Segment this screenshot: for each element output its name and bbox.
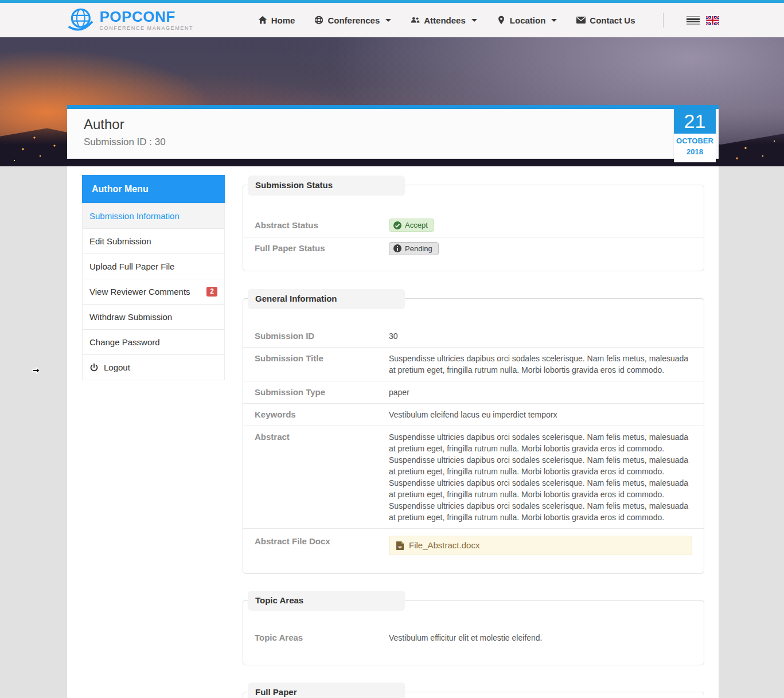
row-label: Full Paper Status bbox=[255, 243, 389, 254]
home-icon bbox=[258, 15, 267, 25]
sidebar-item-edit-submission[interactable]: Edit Submission bbox=[83, 228, 224, 254]
keywords-row: Keywords Vestibulum eleifend lacus eu im… bbox=[243, 403, 704, 426]
date-day: 21 bbox=[674, 109, 716, 134]
nav-item-conferences[interactable]: Conferences bbox=[314, 15, 391, 25]
nav-label: Attendees bbox=[424, 15, 466, 25]
row-value: 30 bbox=[389, 330, 692, 342]
row-label: Topic Areas bbox=[255, 632, 389, 644]
nav-divider bbox=[663, 13, 664, 28]
nav-label: Home bbox=[271, 15, 295, 25]
comments-count-badge: 2 bbox=[206, 287, 217, 297]
general-information-card: Submission ID 30 Submission Title Suspen… bbox=[243, 298, 704, 574]
file-name: File_Abstract.docx bbox=[409, 540, 479, 551]
sidebar-item-view-reviewer-comments[interactable]: View Reviewer Comments 2 bbox=[83, 279, 224, 304]
submission-title-row: Submission Title Suspendisse ultricies d… bbox=[243, 347, 704, 381]
nav-item-contact-us[interactable]: Contact Us bbox=[576, 15, 635, 25]
chevron-down-icon bbox=[385, 19, 391, 22]
mouse-cursor-icon bbox=[32, 366, 41, 375]
brand-logo[interactable]: POPCONF CONFERENCE MANAGEMENT bbox=[65, 5, 194, 35]
full-paper-status-row: Full Paper Status Pending bbox=[243, 237, 704, 260]
info-circle-icon bbox=[393, 244, 401, 252]
sidebar-item-label: View Reviewer Comments bbox=[89, 287, 190, 297]
nav-item-location[interactable]: Location bbox=[497, 15, 557, 25]
language-flag-stripes[interactable] bbox=[687, 16, 700, 25]
language-flag-uk[interactable] bbox=[706, 16, 719, 25]
row-label: Abstract File Docx bbox=[255, 536, 389, 555]
chevron-down-icon bbox=[551, 19, 557, 22]
status-badge-label: Pending bbox=[405, 244, 432, 253]
screen: POPCONF CONFERENCE MANAGEMENT Home Confe… bbox=[0, 0, 784, 698]
nav-label: Location bbox=[510, 15, 546, 25]
sidebar-item-withdraw-submission[interactable]: Withdraw Submission bbox=[83, 304, 224, 329]
sidebar-item-label: Submission Information bbox=[89, 211, 180, 221]
sidebar-item-label: Change Password bbox=[89, 337, 160, 347]
section-tab-submission-status: Submission Status bbox=[248, 176, 405, 195]
map-marker-icon bbox=[497, 15, 506, 25]
nav-label: Contact Us bbox=[590, 15, 635, 25]
sidebar-item-label: Upload Full Paper File bbox=[89, 262, 174, 271]
row-label: Keywords bbox=[255, 409, 389, 420]
row-label: Submission Title bbox=[255, 353, 389, 376]
navbar: POPCONF CONFERENCE MANAGEMENT Home Confe… bbox=[0, 3, 784, 37]
status-badge-label: Accept bbox=[405, 221, 428, 229]
sidebar-item-upload-full-paper-file[interactable]: Upload Full Paper File bbox=[83, 254, 224, 279]
nav-label: Conferences bbox=[327, 15, 380, 25]
status-badge-pending: Pending bbox=[389, 242, 439, 255]
page-header-panel: Author Submission ID : 30 21 OCTOBER 201… bbox=[67, 105, 719, 159]
row-value: Suspendisse ultricies dapibus orci sodal… bbox=[389, 431, 692, 523]
date-badge: 21 OCTOBER 2018 bbox=[674, 109, 716, 162]
status-badge-accept: Accept bbox=[389, 219, 434, 232]
date-month: OCTOBER bbox=[674, 137, 716, 145]
power-icon bbox=[89, 363, 99, 372]
nav-item-home[interactable]: Home bbox=[258, 15, 295, 25]
section-tab-full-paper: Full Paper bbox=[248, 683, 405, 698]
abstract-row: Abstract Suspendisse ultricies dapibus o… bbox=[243, 426, 704, 528]
sidebar-item-label: Withdraw Submission bbox=[89, 312, 172, 322]
date-year: 2018 bbox=[674, 147, 716, 156]
sidebar-item-change-password[interactable]: Change Password bbox=[83, 329, 224, 354]
row-label: Abstract bbox=[255, 431, 389, 523]
svg-text:w: w bbox=[398, 545, 402, 549]
users-icon bbox=[411, 15, 420, 25]
submission-id-row: Submission ID 30 bbox=[243, 325, 704, 347]
row-label: Submission ID bbox=[255, 330, 389, 342]
page-title: Author bbox=[84, 116, 719, 132]
sidebar-item-logout[interactable]: Logout bbox=[83, 354, 224, 380]
author-menu-title: Author Menu bbox=[82, 175, 225, 203]
submission-type-row: Submission Type paper bbox=[243, 381, 704, 403]
row-label: Submission Type bbox=[255, 387, 389, 398]
row-value: paper bbox=[389, 387, 692, 398]
submission-status-card: Abstract Status Accept Full Paper Status… bbox=[243, 185, 704, 271]
topic-areas-row: Topic Areas Vestibulum efficitur elit et… bbox=[243, 627, 704, 649]
page-subtitle: Submission ID : 30 bbox=[84, 137, 719, 148]
sidebar-item-label: Edit Submission bbox=[89, 236, 151, 246]
globe-icon bbox=[314, 15, 323, 25]
row-label: Abstract Status bbox=[255, 220, 389, 231]
brand-name: POPCONF bbox=[100, 9, 194, 24]
chevron-down-icon bbox=[471, 19, 477, 22]
globe-logo-icon bbox=[65, 5, 95, 35]
sidebar-item-label: Logout bbox=[104, 362, 130, 372]
check-circle-icon bbox=[393, 221, 401, 229]
row-value: Suspendisse ultricies dapibus orci sodal… bbox=[389, 353, 692, 376]
nav-item-attendees[interactable]: Attendees bbox=[411, 15, 477, 25]
section-tab-topic-areas: Topic Areas bbox=[248, 591, 405, 610]
abstract-file-row: Abstract File Docx w File_Abstract.docx bbox=[243, 528, 704, 560]
row-value: Vestibulum eleifend lacus eu imperdiet t… bbox=[389, 409, 692, 420]
section-tab-general-information: General Information bbox=[248, 289, 405, 309]
row-value: Vestibulum efficitur elit et molestie el… bbox=[389, 632, 692, 644]
nav-menu: Home Conferences Attendees Location bbox=[258, 13, 719, 28]
brand-tagline: CONFERENCE MANAGEMENT bbox=[100, 25, 194, 31]
word-file-icon: w bbox=[396, 541, 404, 550]
abstract-status-row: Abstract Status Accept bbox=[243, 214, 704, 237]
envelope-icon bbox=[576, 15, 586, 25]
sidebar-item-submission-information[interactable]: Submission Information bbox=[83, 203, 224, 228]
author-menu: Author Menu Submission Information Edit … bbox=[82, 176, 225, 380]
abstract-file-link[interactable]: w File_Abstract.docx bbox=[389, 536, 692, 555]
